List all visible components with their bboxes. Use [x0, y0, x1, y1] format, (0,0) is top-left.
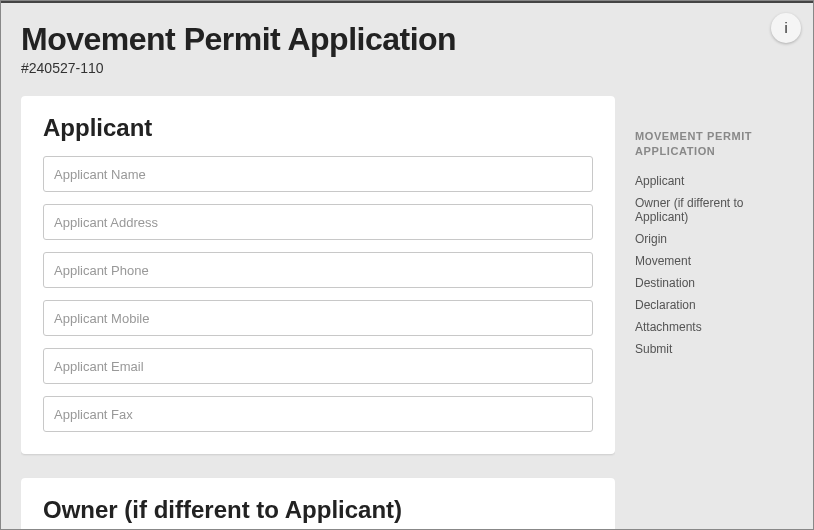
sidebar-link-applicant[interactable]: Applicant — [635, 170, 793, 192]
page-container: Movement Permit Application #240527-110 … — [1, 3, 813, 529]
sidebar-nav: MOVEMENT PERMIT APPLICATION Applicant Ow… — [635, 21, 793, 529]
sidebar-link-declaration[interactable]: Declaration — [635, 294, 793, 316]
owner-heading: Owner (if different to Applicant) — [43, 496, 593, 524]
applicant-email-input[interactable] — [43, 348, 593, 384]
sidebar-title: MOVEMENT PERMIT APPLICATION — [635, 129, 793, 160]
main-column: Movement Permit Application #240527-110 … — [21, 21, 615, 529]
applicant-heading: Applicant — [43, 114, 593, 142]
applicant-mobile-input[interactable] — [43, 300, 593, 336]
sidebar-link-submit[interactable]: Submit — [635, 338, 793, 360]
applicant-address-input[interactable] — [43, 204, 593, 240]
applicant-name-input[interactable] — [43, 156, 593, 192]
owner-card: Owner (if different to Applicant) — [21, 478, 615, 529]
info-button[interactable]: i — [771, 13, 801, 43]
applicant-card: Applicant — [21, 96, 615, 454]
sidebar-link-movement[interactable]: Movement — [635, 250, 793, 272]
sidebar-link-destination[interactable]: Destination — [635, 272, 793, 294]
sidebar-link-attachments[interactable]: Attachments — [635, 316, 793, 338]
sidebar-link-origin[interactable]: Origin — [635, 228, 793, 250]
page-title: Movement Permit Application — [21, 21, 615, 58]
page-header: Movement Permit Application #240527-110 — [21, 21, 615, 76]
form-scroll-area[interactable]: Applicant Owner (if different to Applica… — [21, 96, 615, 529]
applicant-fax-input[interactable] — [43, 396, 593, 432]
applicant-phone-input[interactable] — [43, 252, 593, 288]
reference-number: #240527-110 — [21, 60, 615, 76]
info-icon: i — [784, 20, 787, 36]
sidebar-link-owner[interactable]: Owner (if different to Applicant) — [635, 192, 793, 228]
